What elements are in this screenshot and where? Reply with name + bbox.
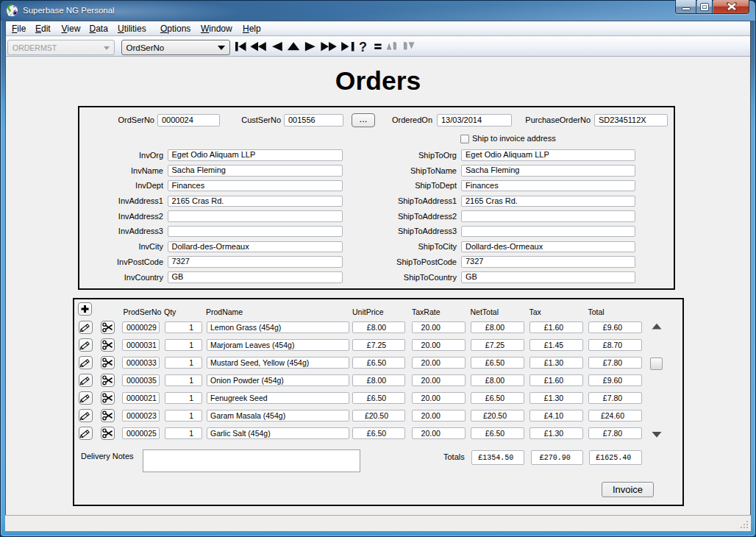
svg-text:?: ? (359, 40, 367, 54)
